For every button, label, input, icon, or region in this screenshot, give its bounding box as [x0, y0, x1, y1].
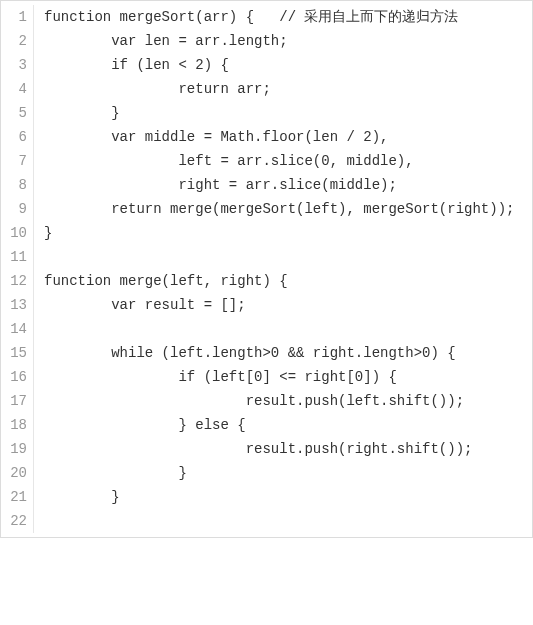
code-line: 9 return merge(mergeSort(left), mergeSor…	[1, 197, 532, 221]
code-content: return arr;	[44, 77, 532, 101]
code-line: 19 result.push(right.shift());	[1, 437, 532, 461]
code-line: 6 var middle = Math.floor(len / 2),	[1, 125, 532, 149]
gutter-divider	[33, 461, 34, 485]
gutter-divider	[33, 293, 34, 317]
code-line: 2 var len = arr.length;	[1, 29, 532, 53]
code-line: 21 }	[1, 485, 532, 509]
code-content: function mergeSort(arr) { // 采用自上而下的递归方法	[44, 5, 532, 29]
code-content: if (len < 2) {	[44, 53, 532, 77]
gutter-divider	[33, 173, 34, 197]
line-number: 18	[1, 413, 33, 437]
code-content: }	[44, 101, 532, 125]
code-content: } else {	[44, 413, 532, 437]
line-number: 21	[1, 485, 33, 509]
code-line: 8 right = arr.slice(middle);	[1, 173, 532, 197]
code-content: var middle = Math.floor(len / 2),	[44, 125, 532, 149]
code-block: 1function mergeSort(arr) { // 采用自上而下的递归方…	[0, 0, 533, 538]
line-number: 17	[1, 389, 33, 413]
line-number: 2	[1, 29, 33, 53]
code-line: 18 } else {	[1, 413, 532, 437]
code-line: 22	[1, 509, 532, 533]
gutter-divider	[33, 389, 34, 413]
code-line: 14	[1, 317, 532, 341]
gutter-divider	[33, 269, 34, 293]
line-number: 5	[1, 101, 33, 125]
code-line: 13 var result = [];	[1, 293, 532, 317]
code-line: 10}	[1, 221, 532, 245]
line-number: 6	[1, 125, 33, 149]
gutter-divider	[33, 5, 34, 29]
line-number: 20	[1, 461, 33, 485]
gutter-divider	[33, 149, 34, 173]
code-line: 4 return arr;	[1, 77, 532, 101]
gutter-divider	[33, 437, 34, 461]
code-line: 5 }	[1, 101, 532, 125]
gutter-divider	[33, 125, 34, 149]
code-content: while (left.length>0 && right.length>0) …	[44, 341, 532, 365]
code-content: result.push(left.shift());	[44, 389, 532, 413]
line-number: 14	[1, 317, 33, 341]
gutter-divider	[33, 341, 34, 365]
gutter-divider	[33, 485, 34, 509]
code-line: 12function merge(left, right) {	[1, 269, 532, 293]
gutter-divider	[33, 413, 34, 437]
code-line: 3 if (len < 2) {	[1, 53, 532, 77]
code-line: 16 if (left[0] <= right[0]) {	[1, 365, 532, 389]
gutter-divider	[33, 317, 34, 341]
line-number: 10	[1, 221, 33, 245]
line-number: 12	[1, 269, 33, 293]
line-number: 13	[1, 293, 33, 317]
line-number: 15	[1, 341, 33, 365]
code-content: return merge(mergeSort(left), mergeSort(…	[44, 197, 532, 221]
line-number: 7	[1, 149, 33, 173]
gutter-divider	[33, 197, 34, 221]
line-number: 9	[1, 197, 33, 221]
code-content: function merge(left, right) {	[44, 269, 532, 293]
gutter-divider	[33, 245, 34, 269]
code-content: var len = arr.length;	[44, 29, 532, 53]
line-number: 22	[1, 509, 33, 533]
code-line: 15 while (left.length>0 && right.length>…	[1, 341, 532, 365]
line-number: 8	[1, 173, 33, 197]
code-line: 11	[1, 245, 532, 269]
line-number: 1	[1, 5, 33, 29]
line-number: 16	[1, 365, 33, 389]
line-number: 19	[1, 437, 33, 461]
code-line: 1function mergeSort(arr) { // 采用自上而下的递归方…	[1, 5, 532, 29]
line-number: 3	[1, 53, 33, 77]
gutter-divider	[33, 509, 34, 533]
gutter-divider	[33, 221, 34, 245]
code-content: }	[44, 221, 532, 245]
code-content: }	[44, 461, 532, 485]
line-number: 11	[1, 245, 33, 269]
code-line: 17 result.push(left.shift());	[1, 389, 532, 413]
gutter-divider	[33, 365, 34, 389]
code-content: left = arr.slice(0, middle),	[44, 149, 532, 173]
code-content: if (left[0] <= right[0]) {	[44, 365, 532, 389]
gutter-divider	[33, 101, 34, 125]
gutter-divider	[33, 53, 34, 77]
gutter-divider	[33, 77, 34, 101]
code-content: }	[44, 485, 532, 509]
code-content: right = arr.slice(middle);	[44, 173, 532, 197]
line-number: 4	[1, 77, 33, 101]
code-line: 7 left = arr.slice(0, middle),	[1, 149, 532, 173]
code-content: result.push(right.shift());	[44, 437, 532, 461]
gutter-divider	[33, 29, 34, 53]
code-content: var result = [];	[44, 293, 532, 317]
code-line: 20 }	[1, 461, 532, 485]
